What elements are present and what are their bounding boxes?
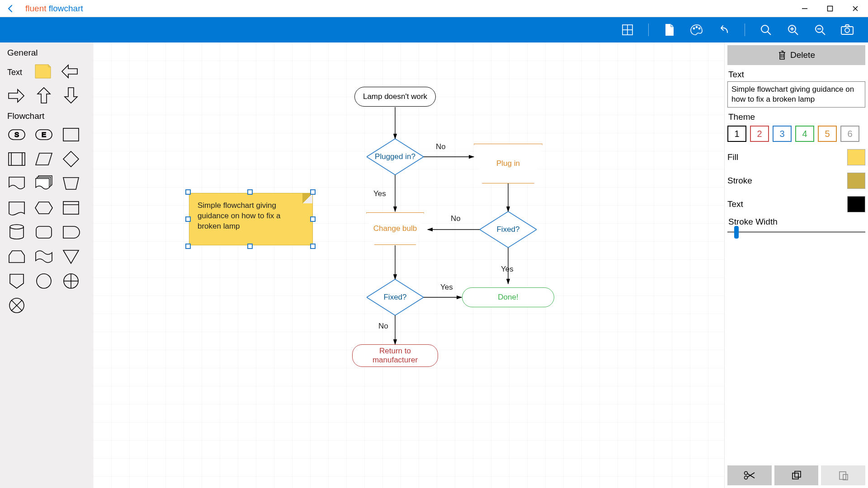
text-color-swatch[interactable] (847, 196, 865, 212)
svg-point-5 (693, 28, 694, 29)
grid-icon[interactable] (618, 21, 637, 39)
loop-limit-icon[interactable] (7, 248, 26, 266)
tape-icon[interactable] (34, 248, 53, 266)
fill-label: Fill (727, 152, 738, 162)
selection-handle[interactable] (247, 189, 253, 195)
node-return[interactable]: Return to manufacturer (352, 344, 438, 367)
selection-handle[interactable] (185, 244, 191, 249)
undo-icon[interactable] (715, 21, 733, 39)
prep-icon[interactable] (34, 199, 53, 217)
node-plug-in[interactable]: Plug in (474, 144, 542, 183)
copy-button[interactable] (774, 465, 819, 485)
rounded-rect-icon[interactable] (34, 223, 53, 241)
svg-point-31 (37, 274, 51, 288)
document-icon[interactable] (7, 174, 26, 192)
selection-handle[interactable] (310, 189, 316, 195)
svg-rect-52 (795, 471, 801, 477)
svg-text:S: S (14, 131, 19, 138)
canvas[interactable]: Lamp doesn't work Plugged in? Plug in Fi… (93, 42, 724, 488)
arrow-down-icon[interactable] (61, 87, 80, 105)
node-fixed-2[interactable]: Fixed? (367, 279, 424, 315)
storage-icon[interactable] (7, 199, 26, 217)
back-button[interactable] (0, 0, 22, 17)
node-fixed-1[interactable]: Fixed? (480, 211, 537, 248)
minimize-button[interactable] (792, 0, 817, 17)
subprocess-icon[interactable] (7, 150, 26, 168)
new-page-icon[interactable] (660, 21, 679, 39)
zoom-out-icon[interactable] (811, 21, 829, 39)
trapezoid-icon[interactable] (61, 174, 80, 192)
palette-section-general: General (7, 48, 89, 58)
svg-line-11 (795, 32, 798, 35)
node-start[interactable]: Lamp doesn't work (354, 87, 436, 107)
fill-color-swatch[interactable] (847, 149, 865, 165)
theme-picker: 1 2 3 4 5 6 (727, 126, 865, 142)
edge-label-yes-3: Yes (440, 283, 453, 292)
cylinder-icon[interactable] (7, 223, 26, 241)
svg-rect-54 (843, 474, 848, 480)
node-done[interactable]: Done! (462, 287, 554, 307)
theme-swatch-1[interactable]: 1 (727, 126, 746, 142)
node-plugged-decision[interactable]: Plugged in? (367, 139, 424, 175)
copy-icon (791, 470, 802, 480)
svg-rect-51 (793, 473, 798, 479)
or-junction-icon[interactable] (7, 296, 26, 314)
selection-handle[interactable] (310, 216, 316, 222)
palette-section-flowchart: Flowchart (7, 111, 89, 121)
terminator-end-icon[interactable]: E (34, 126, 53, 144)
properties-panel: Delete Text Theme 1 2 3 4 5 6 Fill Strok… (724, 42, 868, 488)
selection-handle[interactable] (310, 244, 316, 249)
note-icon[interactable] (33, 62, 52, 80)
edge-label-yes-1: Yes (373, 189, 386, 198)
edge-label-no-2: No (451, 214, 461, 223)
arrow-up-icon[interactable] (34, 87, 53, 105)
svg-line-50 (747, 473, 755, 477)
svg-point-18 (845, 28, 849, 33)
stroke-width-slider[interactable] (727, 231, 865, 233)
selection-handle[interactable] (185, 189, 191, 195)
selection-handle[interactable] (247, 244, 253, 249)
theme-swatch-5[interactable]: 5 (818, 126, 837, 142)
edge-label-no-3: No (378, 322, 388, 331)
palette-icon[interactable] (688, 21, 706, 39)
parallelogram-icon[interactable] (34, 150, 53, 168)
offpage-icon[interactable] (7, 272, 26, 290)
diamond-icon[interactable] (61, 150, 80, 168)
theme-swatch-4[interactable]: 4 (795, 126, 814, 142)
svg-point-8 (761, 25, 769, 33)
arrow-left-icon[interactable] (61, 62, 80, 80)
title-bar: fluent flowchart (0, 0, 868, 17)
theme-swatch-6[interactable]: 6 (840, 126, 859, 142)
theme-swatch-3[interactable]: 3 (773, 126, 792, 142)
terminator-start-icon[interactable]: S (7, 126, 26, 144)
maximize-button[interactable] (817, 0, 843, 17)
triangle-icon[interactable] (61, 248, 80, 266)
svg-point-6 (696, 26, 697, 28)
sum-junction-icon[interactable] (61, 272, 80, 290)
circle-icon[interactable] (34, 272, 53, 290)
rectangle-icon[interactable] (61, 126, 80, 144)
selection-handle[interactable] (185, 216, 191, 222)
sticky-note[interactable]: Simple flowchart giving guidance on how … (189, 193, 313, 245)
camera-icon[interactable] (838, 21, 856, 39)
zoom-in-icon[interactable] (784, 21, 802, 39)
multidoc-icon[interactable] (34, 174, 53, 192)
delete-label: Delete (790, 50, 815, 60)
delay-icon[interactable] (61, 223, 80, 241)
svg-rect-30 (36, 226, 52, 238)
palette-text-label[interactable]: Text (7, 62, 25, 80)
delete-button[interactable]: Delete (727, 45, 865, 65)
search-icon[interactable] (757, 21, 775, 39)
theme-swatch-2[interactable]: 2 (750, 126, 769, 142)
connectors (93, 42, 724, 488)
close-button[interactable] (843, 0, 868, 17)
card-icon[interactable] (61, 199, 80, 217)
text-input[interactable] (727, 81, 865, 108)
cut-button[interactable] (727, 465, 772, 485)
separator (648, 23, 649, 36)
arrow-right-icon[interactable] (7, 87, 26, 105)
paste-button (821, 465, 865, 485)
node-change-bulb[interactable]: Change bulb (366, 212, 424, 245)
stroke-color-swatch[interactable] (847, 173, 865, 189)
clipboard-tools (727, 465, 865, 485)
